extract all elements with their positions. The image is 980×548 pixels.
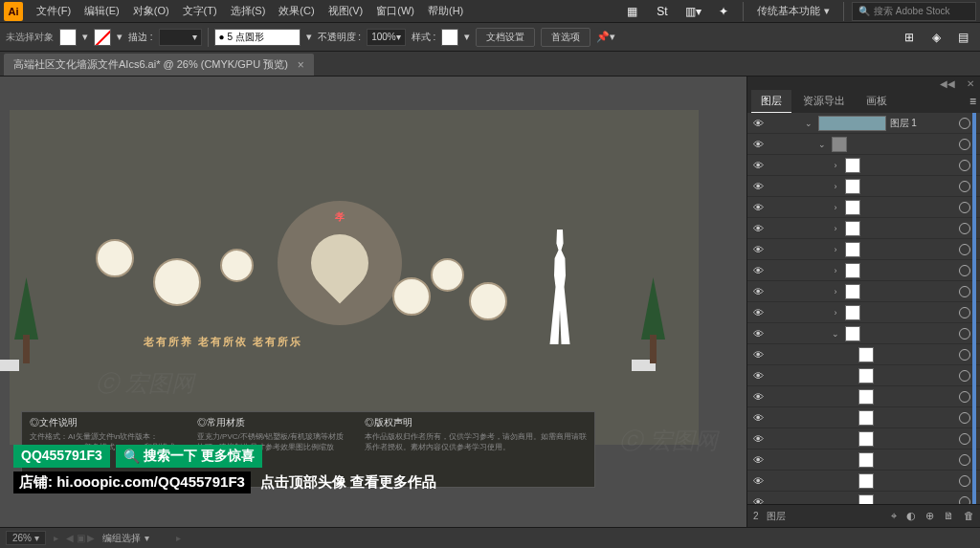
target-icon[interactable] <box>959 223 970 234</box>
menu-item[interactable]: 文字(T) <box>177 2 223 20</box>
menu-item[interactable]: 效果(C) <box>273 2 320 20</box>
stock-icon[interactable]: St <box>651 2 674 21</box>
layer-row[interactable]: 👁› <box>747 281 980 302</box>
pin-icon[interactable]: 📌▾ <box>596 31 615 43</box>
status-tool[interactable]: 编组选择▾ <box>102 532 149 545</box>
target-icon[interactable] <box>959 370 970 382</box>
target-icon[interactable] <box>959 454 970 466</box>
target-icon[interactable] <box>959 265 970 276</box>
panel-menu-icon[interactable]: ▤ <box>951 28 974 47</box>
visibility-icon[interactable]: 👁 <box>747 181 768 192</box>
layer-row[interactable]: 👁 <box>747 428 980 449</box>
stroke-swatch[interactable] <box>94 29 111 46</box>
visibility-icon[interactable]: 👁 <box>747 160 768 171</box>
chevron-down-icon[interactable]: ▾ <box>82 31 88 43</box>
target-icon[interactable] <box>959 475 970 487</box>
expand-icon[interactable]: › <box>830 203 841 212</box>
visibility-icon[interactable]: 👁 <box>747 328 768 340</box>
layer-row[interactable]: 👁 <box>747 471 980 492</box>
layer-row[interactable]: 👁› <box>747 302 980 323</box>
locate-layer-icon[interactable]: ⌖ <box>891 510 897 522</box>
chevron-down-icon[interactable]: ▾ <box>306 31 312 43</box>
target-icon[interactable] <box>959 496 970 505</box>
layer-row[interactable]: 👁 <box>747 492 980 504</box>
visibility-icon[interactable]: 👁 <box>747 391 768 403</box>
chevron-down-icon[interactable]: ▾ <box>117 31 122 43</box>
menu-item[interactable]: 窗口(W) <box>370 2 420 20</box>
menu-item[interactable]: 编辑(E) <box>78 2 125 20</box>
zoom-level[interactable]: 26% ▾ <box>6 531 46 545</box>
visibility-icon[interactable]: 👁 <box>747 139 768 150</box>
visibility-icon[interactable]: 👁 <box>747 412 768 424</box>
fill-swatch[interactable] <box>59 29 77 46</box>
target-icon[interactable] <box>959 286 970 297</box>
layer-row[interactable]: 👁⌄ <box>747 134 980 155</box>
panel-menu-icon[interactable]: ≡ <box>969 95 976 108</box>
expand-icon[interactable]: › <box>830 308 841 318</box>
transform-icon[interactable]: ◈ <box>924 28 947 47</box>
expand-icon[interactable]: › <box>830 287 841 296</box>
expand-icon[interactable]: ⌄ <box>816 140 828 149</box>
target-icon[interactable] <box>959 349 970 361</box>
expand-icon[interactable]: › <box>830 224 841 233</box>
close-icon[interactable]: × <box>298 58 304 72</box>
expand-icon[interactable]: › <box>830 182 841 191</box>
expand-icon[interactable]: ⌄ <box>830 329 841 339</box>
delete-layer-icon[interactable]: 🗑 <box>964 510 974 522</box>
layer-row[interactable]: 👁 <box>747 365 980 386</box>
visibility-icon[interactable]: 👁 <box>747 265 768 276</box>
new-layer-icon[interactable]: 🗎 <box>944 510 954 522</box>
target-icon[interactable] <box>959 307 970 318</box>
layer-row[interactable]: 👁 <box>747 407 980 428</box>
canvas[interactable]: 孝 老有所养 老有所依 老有所乐 <box>0 77 746 527</box>
layer-row[interactable]: 👁 <box>747 386 980 407</box>
target-icon[interactable] <box>959 433 970 445</box>
menu-item[interactable]: 视图(V) <box>323 2 369 20</box>
target-icon[interactable] <box>959 181 970 192</box>
visibility-icon[interactable]: 👁 <box>747 202 768 213</box>
panel-tab-画板[interactable]: 画板 <box>857 90 897 114</box>
target-icon[interactable] <box>959 118 970 129</box>
visibility-icon[interactable]: 👁 <box>747 118 768 129</box>
gpu-icon[interactable]: ✦ <box>712 2 735 21</box>
align-icon[interactable]: ⊞ <box>898 28 921 47</box>
menu-item[interactable]: 对象(O) <box>127 2 175 20</box>
close-panel-icon[interactable]: ✕ <box>967 78 974 89</box>
visibility-icon[interactable]: 👁 <box>747 433 768 445</box>
layer-row[interactable]: 👁› <box>747 260 980 281</box>
expand-icon[interactable]: ⌄ <box>803 119 814 128</box>
layer-row[interactable]: 👁› <box>747 155 980 176</box>
layer-row[interactable]: 👁⌄图层 1 <box>747 113 980 134</box>
visibility-icon[interactable]: 👁 <box>747 223 768 234</box>
layer-name[interactable]: 图层 1 <box>890 117 956 130</box>
layer-row[interactable]: 👁› <box>747 197 980 218</box>
target-icon[interactable] <box>959 244 970 255</box>
bridge-icon[interactable]: ▦ <box>620 2 643 21</box>
layer-row[interactable]: 👁 <box>747 344 980 365</box>
visibility-icon[interactable]: 👁 <box>747 244 768 255</box>
new-sublayer-icon[interactable]: ⊕ <box>925 510 934 522</box>
visibility-icon[interactable]: 👁 <box>747 496 768 505</box>
layer-row[interactable]: 👁 <box>747 449 980 471</box>
document-tab[interactable]: 高端社区文化墙源文件AIcs6.ai* @ 26% (CMYK/GPU 预览) … <box>4 54 314 76</box>
menu-item[interactable]: 选择(S) <box>225 2 272 20</box>
target-icon[interactable] <box>959 202 970 213</box>
visibility-icon[interactable]: 👁 <box>747 454 768 466</box>
visibility-icon[interactable]: 👁 <box>747 349 768 361</box>
layer-row[interactable]: 👁⌄ <box>747 323 980 344</box>
workspace-switcher[interactable]: 传统基本功能 ▾ <box>751 4 835 18</box>
target-icon[interactable] <box>959 328 970 340</box>
doc-setup-button[interactable]: 文档设置 <box>476 28 535 47</box>
clip-mask-icon[interactable]: ◐ <box>906 510 916 522</box>
expand-icon[interactable]: › <box>830 161 841 170</box>
collapse-icon[interactable]: ◀◀ <box>940 78 955 89</box>
stroke-weight[interactable]: ▾ <box>159 29 202 46</box>
layer-row[interactable]: 👁› <box>747 239 980 260</box>
target-icon[interactable] <box>959 412 970 424</box>
arrange-icon[interactable]: ▥▾ <box>681 2 704 21</box>
target-icon[interactable] <box>959 160 970 171</box>
visibility-icon[interactable]: 👁 <box>747 370 768 382</box>
layer-row[interactable]: 👁› <box>747 176 980 197</box>
target-icon[interactable] <box>959 139 970 150</box>
expand-icon[interactable]: › <box>830 245 841 254</box>
